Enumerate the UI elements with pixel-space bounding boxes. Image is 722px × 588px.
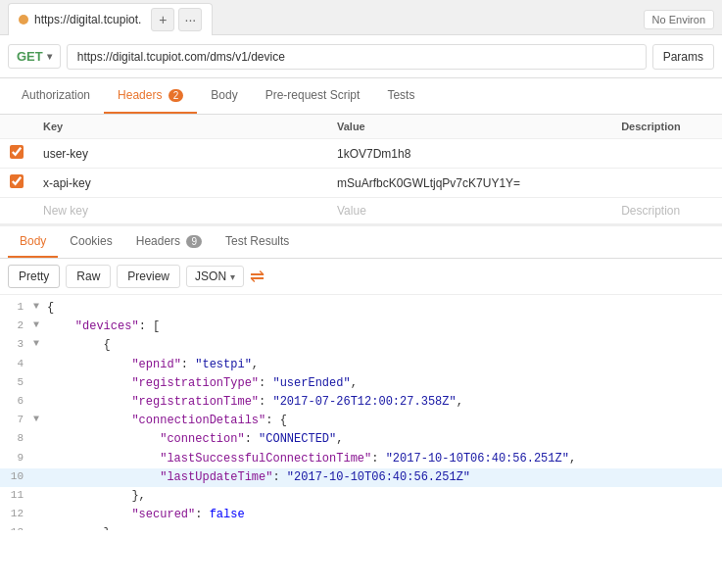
row2-desc	[611, 169, 722, 198]
col-value: Value	[327, 115, 611, 139]
line-number: 11	[4, 487, 33, 505]
row1-desc	[611, 139, 722, 169]
line-content: },	[47, 487, 718, 506]
params-button[interactable]: Params	[652, 44, 714, 70]
line-content: "connection": "CONNECTED",	[47, 430, 718, 449]
line-number: 1	[4, 299, 33, 317]
row1-key: user-key	[33, 139, 327, 169]
line-number: 10	[4, 468, 33, 486]
new-key-placeholder[interactable]: New key	[33, 198, 327, 224]
row2-key: x-api-key	[33, 169, 327, 198]
json-line: 7▼ "connectionDetails": {	[0, 412, 722, 430]
method-label: GET	[17, 49, 43, 64]
line-toggle[interactable]: ▼	[33, 318, 47, 333]
response-toolbar: Pretty Raw Preview JSON ▾ ⇌	[0, 259, 722, 295]
json-line: 9 "lastSuccessfulConnectionTime": "2017-…	[0, 450, 722, 468]
json-line: 13 },	[0, 524, 722, 530]
pretty-button[interactable]: Pretty	[8, 265, 60, 288]
line-content: "epnid": "testpi",	[47, 356, 718, 374]
line-number: 4	[4, 356, 33, 373]
row2-value: mSuArfbcK0GWLtjqPv7cK7UY1Y=	[327, 169, 611, 198]
more-tab-button[interactable]: ···	[178, 8, 202, 31]
line-content: "lastSuccessfulConnectionTime": "2017-10…	[47, 450, 718, 468]
new-value-placeholder[interactable]: Value	[327, 198, 611, 224]
json-line: 1▼{	[0, 299, 722, 318]
row2-checkbox[interactable]	[10, 174, 24, 188]
table-row: user-key 1kOV7Dm1h8	[0, 139, 722, 169]
line-number: 8	[4, 430, 33, 448]
line-number: 2	[4, 318, 33, 335]
headers-table: Key Value Description user-key 1kOV7Dm1h…	[0, 115, 722, 224]
json-line: 2▼ "devices": [	[0, 318, 722, 336]
line-content: {	[47, 299, 718, 318]
headers-section: Key Value Description user-key 1kOV7Dm1h…	[0, 115, 722, 224]
resp-tab-headers[interactable]: Headers 9	[124, 226, 214, 258]
line-content: "lastUpdateTime": "2017-10-10T06:40:56.2…	[47, 468, 718, 487]
json-viewer: 1▼{2▼ "devices": [3▼ {4 "epnid": "testpi…	[0, 295, 722, 530]
url-input[interactable]	[67, 44, 647, 70]
environment-badge[interactable]: No Environ	[644, 10, 714, 29]
row1-checkbox[interactable]	[10, 145, 24, 159]
line-number: 9	[4, 450, 33, 467]
chevron-down-icon: ▾	[47, 51, 52, 62]
tab-body[interactable]: Body	[197, 78, 251, 114]
line-content: },	[47, 524, 718, 530]
resp-tab-cookies[interactable]: Cookies	[58, 226, 123, 258]
method-selector[interactable]: GET ▾	[8, 44, 61, 69]
tab-tests[interactable]: Tests	[373, 78, 428, 114]
json-line: 10 "lastUpdateTime": "2017-10-10T06:40:5…	[0, 468, 722, 487]
line-content: "registrationType": "userEnded",	[47, 374, 718, 393]
col-description: Description	[611, 115, 722, 139]
browser-tab[interactable]: https://digital.tcupiot. + ···	[8, 3, 213, 35]
format-selector[interactable]: JSON ▾	[186, 266, 244, 287]
line-number: 7	[4, 412, 33, 429]
response-tabs: Body Cookies Headers 9 Test Results	[0, 226, 722, 259]
line-content: "connectionDetails": {	[47, 412, 718, 430]
json-line: 8 "connection": "CONNECTED",	[0, 430, 722, 449]
line-number: 5	[4, 374, 33, 392]
tab-bar: https://digital.tcupiot. + ··· No Enviro…	[0, 0, 722, 35]
line-content: "registrationTime": "2017-07-26T12:00:27…	[47, 393, 718, 412]
resp-tab-body[interactable]: Body	[8, 226, 58, 258]
json-line: 3▼ {	[0, 336, 722, 355]
add-tab-button[interactable]: +	[151, 8, 174, 31]
tab-headers[interactable]: Headers 2	[104, 78, 197, 114]
tab-url-label: https://digital.tcupiot.	[34, 13, 141, 26]
wrap-icon[interactable]: ⇌	[250, 266, 265, 287]
line-number: 3	[4, 336, 33, 354]
response-section: Body Cookies Headers 9 Test Results Pret…	[0, 224, 722, 530]
resp-headers-badge: 9	[186, 235, 202, 248]
col-key: Key	[33, 115, 327, 139]
json-line: 11 },	[0, 487, 722, 506]
line-content: "devices": [	[47, 318, 718, 336]
line-content: "secured": false	[47, 506, 718, 524]
json-line: 6 "registrationTime": "2017-07-26T12:00:…	[0, 393, 722, 412]
tab-actions: + ···	[151, 8, 202, 31]
json-line: 4 "epnid": "testpi",	[0, 356, 722, 374]
headers-badge: 2	[168, 89, 184, 102]
tab-status-dot	[19, 15, 28, 24]
new-desc-placeholder[interactable]: Description	[611, 198, 722, 224]
tab-authorization[interactable]: Authorization	[8, 78, 104, 114]
line-number: 12	[4, 506, 33, 523]
url-bar: GET ▾ Params	[0, 35, 722, 78]
json-line: 5 "registrationType": "userEnded",	[0, 374, 722, 393]
raw-button[interactable]: Raw	[66, 265, 111, 288]
request-tabs: Authorization Headers 2 Body Pre-request…	[0, 78, 722, 115]
preview-button[interactable]: Preview	[117, 265, 180, 288]
resp-tab-test-results[interactable]: Test Results	[214, 226, 301, 258]
line-toggle[interactable]: ▼	[33, 299, 47, 315]
line-toggle[interactable]: ▼	[33, 336, 47, 352]
line-toggle[interactable]: ▼	[33, 412, 47, 427]
format-chevron-icon: ▾	[230, 271, 235, 282]
table-row: x-api-key mSuArfbcK0GWLtjqPv7cK7UY1Y=	[0, 169, 722, 198]
col-checkbox	[0, 115, 33, 139]
row1-value: 1kOV7Dm1h8	[327, 139, 611, 169]
tab-pre-request[interactable]: Pre-request Script	[252, 78, 374, 114]
line-number: 6	[4, 393, 33, 411]
line-content: {	[47, 336, 718, 355]
new-header-row: New key Value Description	[0, 198, 722, 224]
format-label: JSON	[195, 270, 226, 283]
line-number: 13	[4, 524, 33, 530]
json-line: 12 "secured": false	[0, 506, 722, 524]
